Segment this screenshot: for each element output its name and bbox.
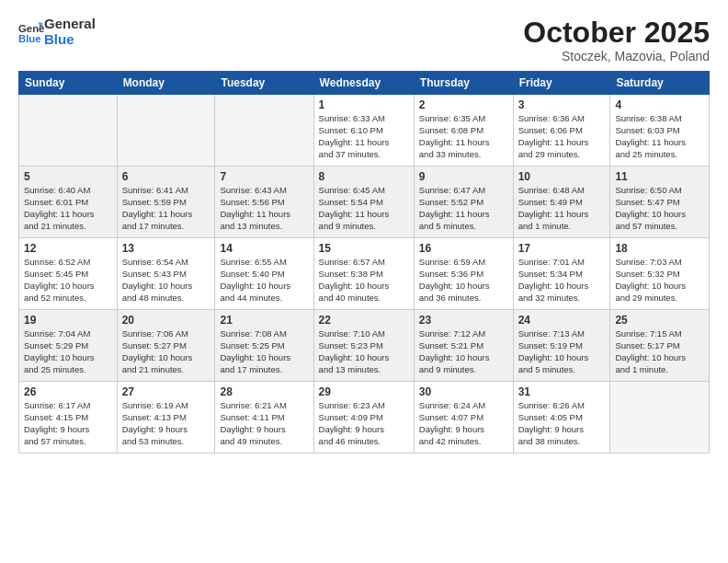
cell-text-line: and 49 minutes.	[220, 436, 308, 448]
cell-text-line: Sunset: 5:45 PM	[24, 269, 112, 281]
calendar-cell	[19, 95, 118, 167]
header: General Blue General Blue October 2025 S…	[18, 17, 710, 63]
cell-text-line: Daylight: 10 hours	[518, 281, 606, 293]
cell-text-line: Sunset: 5:21 PM	[419, 340, 508, 352]
cell-text-line: and 25 minutes.	[615, 149, 704, 161]
calendar-cell: 20Sunrise: 7:06 AMSunset: 5:27 PMDayligh…	[117, 310, 215, 382]
cell-text-line: Sunrise: 7:15 AM	[615, 328, 704, 340]
calendar-cell: 27Sunrise: 6:19 AMSunset: 4:13 PMDayligh…	[117, 382, 215, 454]
cell-text-line: Sunset: 6:10 PM	[319, 125, 409, 137]
cell-text-line: Sunset: 6:06 PM	[518, 125, 606, 137]
col-header-tuesday: Tuesday	[215, 72, 313, 95]
calendar-cell: 18Sunrise: 7:03 AMSunset: 5:32 PMDayligh…	[610, 238, 710, 310]
day-number: 29	[319, 385, 409, 398]
calendar: SundayMondayTuesdayWednesdayThursdayFrid…	[18, 71, 710, 454]
day-number: 7	[220, 170, 308, 183]
cell-text-line: Daylight: 10 hours	[24, 352, 112, 364]
calendar-cell	[117, 95, 215, 167]
page: General Blue General Blue October 2025 S…	[0, 0, 728, 563]
cell-text-line: Sunset: 5:54 PM	[319, 197, 409, 209]
cell-text-line: Daylight: 11 hours	[518, 209, 606, 221]
cell-text-line: and 38 minutes.	[518, 436, 606, 448]
calendar-cell: 25Sunrise: 7:15 AMSunset: 5:17 PMDayligh…	[610, 310, 710, 382]
cell-text-line: Sunset: 5:49 PM	[518, 197, 606, 209]
day-number: 15	[319, 242, 409, 255]
calendar-cell: 14Sunrise: 6:55 AMSunset: 5:40 PMDayligh…	[215, 238, 313, 310]
cell-text-line: Sunset: 5:47 PM	[615, 197, 704, 209]
col-header-thursday: Thursday	[414, 72, 513, 95]
title-block: October 2025 Stoczek, Mazovia, Poland	[523, 17, 710, 63]
calendar-cell: 15Sunrise: 6:57 AMSunset: 5:38 PMDayligh…	[313, 238, 414, 310]
cell-text-line: Sunrise: 6:55 AM	[220, 257, 308, 269]
cell-text-line: and 13 minutes.	[220, 221, 308, 233]
cell-text-line: Sunrise: 6:35 AM	[419, 113, 508, 125]
cell-text-line: Daylight: 10 hours	[615, 209, 704, 221]
cell-text-line: Daylight: 10 hours	[24, 281, 112, 293]
cell-text-line: and 21 minutes.	[122, 364, 210, 376]
cell-text-line: Sunset: 5:17 PM	[615, 340, 704, 352]
cell-text-line: Sunset: 4:15 PM	[24, 412, 112, 424]
month-title: October 2025	[523, 17, 710, 49]
calendar-week-4: 19Sunrise: 7:04 AMSunset: 5:29 PMDayligh…	[19, 310, 710, 382]
cell-text-line: Sunset: 6:08 PM	[419, 125, 508, 137]
day-number: 20	[122, 314, 210, 327]
calendar-cell: 28Sunrise: 6:21 AMSunset: 4:11 PMDayligh…	[215, 382, 313, 454]
cell-text-line: Daylight: 10 hours	[419, 281, 508, 293]
day-number: 28	[220, 385, 308, 398]
day-number: 23	[419, 314, 508, 327]
cell-text-line: and 29 minutes.	[615, 293, 704, 304]
calendar-cell: 2Sunrise: 6:35 AMSunset: 6:08 PMDaylight…	[414, 95, 513, 167]
calendar-cell: 22Sunrise: 7:10 AMSunset: 5:23 PMDayligh…	[313, 310, 414, 382]
day-number: 18	[615, 242, 704, 255]
cell-text-line: Sunrise: 7:06 AM	[122, 328, 210, 340]
cell-text-line: Sunrise: 6:38 AM	[615, 113, 704, 125]
cell-text-line: Sunset: 5:38 PM	[319, 269, 409, 281]
cell-text-line: Sunrise: 7:08 AM	[220, 328, 308, 340]
cell-text-line: Sunrise: 6:26 AM	[518, 400, 606, 412]
day-number: 4	[615, 98, 704, 111]
col-header-sunday: Sunday	[19, 72, 118, 95]
cell-text-line: Daylight: 10 hours	[220, 281, 308, 293]
cell-text-line: Daylight: 9 hours	[122, 424, 210, 436]
day-number: 22	[319, 314, 409, 327]
cell-text-line: Sunset: 5:36 PM	[419, 269, 508, 281]
cell-text-line: and 9 minutes.	[419, 364, 508, 376]
cell-text-line: and 53 minutes.	[122, 436, 210, 448]
col-header-saturday: Saturday	[610, 72, 710, 95]
calendar-cell: 12Sunrise: 6:52 AMSunset: 5:45 PMDayligh…	[19, 238, 118, 310]
cell-text-line: Sunrise: 6:43 AM	[220, 185, 308, 197]
cell-text-line: Sunset: 5:23 PM	[319, 340, 409, 352]
cell-text-line: and 36 minutes.	[419, 293, 508, 304]
cell-text-line: and 32 minutes.	[518, 293, 606, 304]
cell-text-line: Sunrise: 7:10 AM	[319, 328, 409, 340]
cell-text-line: Sunset: 4:11 PM	[220, 412, 308, 424]
day-number: 26	[24, 385, 112, 398]
cell-text-line: Sunrise: 6:54 AM	[122, 257, 210, 269]
cell-text-line: and 29 minutes.	[518, 149, 606, 161]
calendar-cell: 17Sunrise: 7:01 AMSunset: 5:34 PMDayligh…	[513, 238, 610, 310]
calendar-cell: 21Sunrise: 7:08 AMSunset: 5:25 PMDayligh…	[215, 310, 313, 382]
calendar-cell: 13Sunrise: 6:54 AMSunset: 5:43 PMDayligh…	[117, 238, 215, 310]
cell-text-line: Sunset: 5:40 PM	[220, 269, 308, 281]
cell-text-line: Sunset: 4:07 PM	[419, 412, 508, 424]
cell-text-line: Sunset: 5:27 PM	[122, 340, 210, 352]
calendar-cell: 24Sunrise: 7:13 AMSunset: 5:19 PMDayligh…	[513, 310, 610, 382]
day-number: 10	[518, 170, 606, 183]
cell-text-line: Sunrise: 6:47 AM	[419, 185, 508, 197]
cell-text-line: Daylight: 11 hours	[319, 137, 409, 149]
cell-text-line: Sunset: 5:34 PM	[518, 269, 606, 281]
calendar-cell: 11Sunrise: 6:50 AMSunset: 5:47 PMDayligh…	[610, 167, 710, 238]
calendar-cell	[215, 95, 313, 167]
cell-text-line: Daylight: 11 hours	[24, 209, 112, 221]
cell-text-line: Daylight: 10 hours	[419, 352, 508, 364]
cell-text-line: Daylight: 11 hours	[122, 209, 210, 221]
cell-text-line: Sunset: 5:25 PM	[220, 340, 308, 352]
day-number: 16	[419, 242, 508, 255]
calendar-cell: 7Sunrise: 6:43 AMSunset: 5:56 PMDaylight…	[215, 167, 313, 238]
cell-text-line: Sunset: 4:09 PM	[319, 412, 409, 424]
cell-text-line: Sunset: 4:13 PM	[122, 412, 210, 424]
cell-text-line: Sunrise: 7:01 AM	[518, 257, 606, 269]
cell-text-line: Sunrise: 6:23 AM	[319, 400, 409, 412]
day-number: 12	[24, 242, 112, 255]
logo-text-line1: General	[44, 17, 96, 32]
